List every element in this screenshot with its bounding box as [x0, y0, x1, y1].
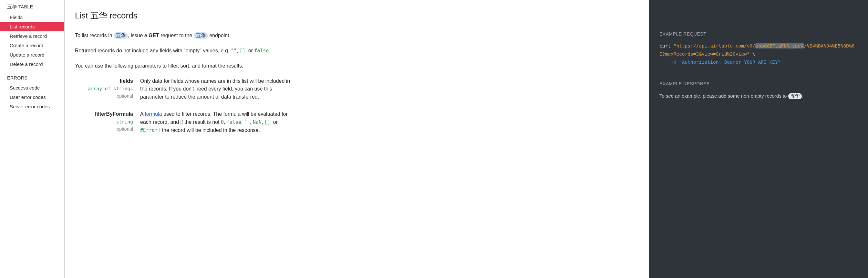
param-type: string [75, 118, 133, 126]
code-literal: [] [265, 119, 270, 125]
sidebar-item-fields[interactable]: Fields [0, 12, 64, 22]
auth-header: "Authorization: Bearer YOUR_API_KEY" [679, 59, 780, 65]
table-name-badge: 五华 [114, 32, 128, 39]
sidebar-item-retrieve-record[interactable]: Retrieve a record [0, 31, 64, 41]
example-request-code: curl "https://api.airtable.com/v0/app88B… [659, 42, 858, 66]
sidebar-item-list-records[interactable]: List records [0, 22, 64, 31]
code-literal: #Error! [140, 128, 160, 133]
resp-note-text: . [802, 93, 803, 99]
resp-note-text: To see an example, please add some non-e… [659, 93, 788, 99]
code-literal: false [254, 48, 269, 54]
sidebar-section-errors: ERRORS [0, 73, 64, 83]
sidebar-item-update-record[interactable]: Update a record [0, 50, 64, 59]
empty-text: , or [245, 48, 254, 53]
sidebar-item-create-record[interactable]: Create a record [0, 41, 64, 50]
intro-text: , issue a [128, 33, 149, 38]
param-left: filterByFormula string optional [75, 110, 133, 134]
page-title: List 五华 records [75, 9, 290, 22]
param-description: Only data for fields whose names are in … [140, 77, 290, 101]
empty-text: Returned records do not include any fiel… [75, 48, 231, 53]
param-fields: fields array of strings optional Only da… [75, 77, 290, 101]
endpoint-badge: 五华 [194, 32, 208, 39]
param-name: fields [75, 77, 133, 85]
param-optional: optional [75, 126, 133, 133]
example-panel: EXAMPLE REQUEST curl "https://api.airtab… [649, 0, 868, 278]
empty-text: . [269, 48, 270, 53]
http-method: GET [149, 33, 159, 38]
desc-text: , [224, 119, 227, 125]
example-request-label: EXAMPLE REQUEST [659, 30, 858, 37]
intro-text: request to the [159, 33, 194, 38]
url-prefix: https://api.airtable.com/v0/ [676, 43, 755, 49]
param-optional: optional [75, 92, 133, 100]
code-literal: "" [244, 119, 250, 125]
example-response-note: To see an example, please add some non-e… [659, 92, 858, 100]
filter-intro-paragraph: You can use the following parameters to … [75, 62, 290, 70]
curl-cmd: curl [659, 43, 674, 49]
desc-text: , [261, 119, 265, 125]
intro-paragraph: To list records in 五华, issue a GET reque… [75, 32, 290, 40]
intro-text: endpoint. [208, 33, 230, 38]
app-id-highlight: app88BTLqFNNjypeK [755, 43, 804, 49]
desc-text: A [140, 111, 145, 117]
line-continuation: \ [749, 51, 755, 57]
code-indent [659, 59, 671, 65]
intro-text: To list records in [75, 33, 114, 38]
sidebar-item-user-error-codes[interactable]: User error codes [0, 92, 64, 102]
sidebar-item-delete-record[interactable]: Delete a record [0, 59, 64, 69]
desc-text: the record will be included in the respo… [160, 128, 260, 133]
formula-link[interactable]: formula [145, 111, 162, 117]
example-response-label: EXAMPLE RESPONSE [659, 80, 858, 87]
curl-flag: -H [671, 59, 679, 65]
empty-text: , [237, 48, 240, 53]
code-literal: [] [240, 48, 245, 54]
code-literal: "" [231, 48, 237, 54]
main-content: List 五华 records To list records in 五华, i… [65, 0, 310, 278]
param-name: filterByFormula [75, 110, 133, 118]
desc-text: , or [270, 119, 278, 125]
table-name-badge: 五华 [788, 93, 802, 99]
sidebar: 五华 TABLE Fields List records Retrieve a … [0, 0, 65, 278]
param-type: array of strings [75, 85, 133, 92]
sidebar-item-server-error-codes[interactable]: Server error codes [0, 102, 64, 111]
desc-text: , [250, 119, 253, 125]
sidebar-item-success-code[interactable]: Success code [0, 83, 64, 92]
sidebar-section-table: 五华 TABLE [0, 2, 64, 12]
desc-text: , [241, 119, 244, 125]
empty-values-paragraph: Returned records do not include any fiel… [75, 47, 290, 55]
param-filter-by-formula: filterByFormula string optional A formul… [75, 110, 290, 134]
param-left: fields array of strings optional [75, 77, 133, 101]
code-literal: 0 [221, 119, 224, 125]
code-literal: NaN [253, 119, 261, 125]
param-description: A formula used to filter records. The fo… [140, 110, 290, 134]
code-literal: false [227, 119, 241, 125]
